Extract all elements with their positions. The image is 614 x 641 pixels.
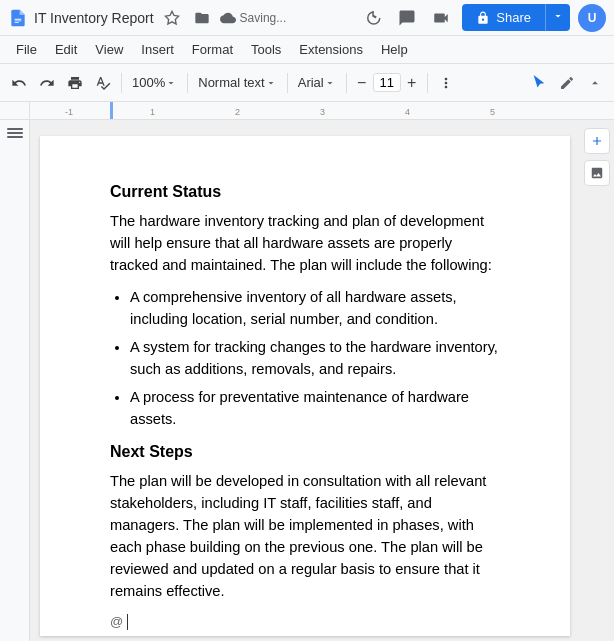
- redo-button[interactable]: [34, 70, 60, 96]
- comment-icon: [398, 9, 416, 27]
- chevron-down-icon: [552, 10, 564, 22]
- avatar[interactable]: U: [578, 4, 606, 32]
- font-chevron-icon: [324, 77, 336, 89]
- list-item-2: A system for tracking changes to the har…: [130, 336, 500, 380]
- title-bar: IT Inventory Report Saving...: [0, 0, 614, 36]
- video-button[interactable]: [428, 5, 454, 31]
- document-page[interactable]: Current Status The hardware inventory tr…: [40, 136, 570, 636]
- menu-help[interactable]: Help: [373, 39, 416, 60]
- more-options-button[interactable]: [433, 70, 459, 96]
- cursor-tool-button[interactable]: [526, 70, 552, 96]
- document-scroll-area[interactable]: Current Status The hardware inventory tr…: [30, 120, 580, 641]
- video-icon: [432, 9, 450, 27]
- right-panel: [580, 120, 614, 641]
- star-button[interactable]: [160, 6, 184, 30]
- print-icon: [67, 75, 83, 91]
- share-arrow-button[interactable]: [545, 4, 570, 31]
- history-icon: [364, 9, 382, 27]
- text-style-select[interactable]: Normal text: [193, 73, 281, 92]
- redo-icon: [39, 75, 55, 91]
- document-content[interactable]: Current Status The hardware inventory tr…: [110, 180, 500, 632]
- toolbar-divider-4: [346, 73, 347, 93]
- hamburger-menu[interactable]: [7, 128, 23, 138]
- svg-marker-0: [165, 11, 178, 24]
- paragraph-next-steps: The plan will be developed in consultati…: [110, 470, 500, 602]
- toolbar-divider-5: [427, 73, 428, 93]
- hamburger-line-3: [7, 136, 23, 138]
- move-folder-button[interactable]: [190, 6, 214, 30]
- hamburger-line-2: [7, 132, 23, 134]
- docs-icon: [8, 8, 28, 28]
- main-area: Current Status The hardware inventory tr…: [0, 120, 614, 641]
- zoom-control[interactable]: 100%: [127, 73, 182, 92]
- menu-file[interactable]: File: [8, 39, 45, 60]
- list-item-1: A comprehensive inventory of all hardwar…: [130, 286, 500, 330]
- font-size-input[interactable]: [373, 73, 401, 92]
- saving-text: Saving...: [240, 11, 287, 25]
- bullet-list: A comprehensive inventory of all hardwar…: [130, 286, 500, 430]
- share-button-group: Share: [462, 4, 570, 31]
- font-family-select[interactable]: Arial: [293, 73, 341, 92]
- at-symbol: @: [110, 612, 123, 632]
- toolbar-divider-2: [187, 73, 188, 93]
- star-icon: [164, 10, 180, 26]
- pen-icon: [559, 75, 575, 91]
- collapse-toolbar-button[interactable]: [582, 70, 608, 96]
- hamburger-line-1: [7, 128, 23, 130]
- undo-icon: [11, 75, 27, 91]
- lock-icon: [476, 11, 490, 25]
- zoom-chevron-icon: [165, 77, 177, 89]
- text-style-chevron-icon: [265, 77, 277, 89]
- cursor-tools: [526, 70, 608, 96]
- document-title[interactable]: IT Inventory Report: [34, 10, 154, 26]
- menu-tools[interactable]: Tools: [243, 39, 289, 60]
- title-bar-right: Share U: [360, 4, 606, 32]
- paragraph-intro: The hardware inventory tracking and plan…: [110, 210, 500, 276]
- undo-button[interactable]: [6, 70, 32, 96]
- text-cursor: [127, 614, 128, 630]
- more-icon: [438, 75, 454, 91]
- plus-icon: [590, 134, 604, 148]
- comment-button[interactable]: [394, 5, 420, 31]
- folder-icon: [194, 10, 210, 26]
- history-button[interactable]: [360, 5, 386, 31]
- saving-status: Saving...: [220, 10, 287, 26]
- pen-tool-button[interactable]: [554, 70, 580, 96]
- menu-bar: File Edit View Insert Format Tools Exten…: [0, 36, 614, 64]
- sidebar-toggle[interactable]: [0, 120, 30, 641]
- image-panel-button[interactable]: [584, 160, 610, 186]
- print-button[interactable]: [62, 70, 88, 96]
- share-button[interactable]: Share: [462, 4, 545, 31]
- ruler: -1 1 2 3 4 5: [0, 102, 614, 120]
- list-item-3: A process for preventative maintenance o…: [130, 386, 500, 430]
- font-size-increase-button[interactable]: +: [402, 70, 422, 96]
- spellcheck-button[interactable]: [90, 70, 116, 96]
- toolbar-divider-3: [287, 73, 288, 93]
- menu-extensions[interactable]: Extensions: [291, 39, 371, 60]
- cursor-line: @: [110, 612, 500, 632]
- heading-next-steps: Next Steps: [110, 440, 500, 464]
- menu-insert[interactable]: Insert: [133, 39, 182, 60]
- cursor-icon: [531, 75, 547, 91]
- menu-view[interactable]: View: [87, 39, 131, 60]
- cloud-icon: [220, 10, 236, 26]
- chevron-up-icon: [588, 76, 602, 90]
- toolbar: 100% Normal text Arial − +: [0, 64, 614, 102]
- font-size-control: − +: [352, 70, 422, 96]
- toolbar-divider-1: [121, 73, 122, 93]
- font-size-decrease-button[interactable]: −: [352, 70, 372, 96]
- menu-edit[interactable]: Edit: [47, 39, 85, 60]
- menu-format[interactable]: Format: [184, 39, 241, 60]
- spellcheck-icon: [95, 75, 111, 91]
- add-panel-button[interactable]: [584, 128, 610, 154]
- heading-current-status: Current Status: [110, 180, 500, 204]
- image-icon: [590, 166, 604, 180]
